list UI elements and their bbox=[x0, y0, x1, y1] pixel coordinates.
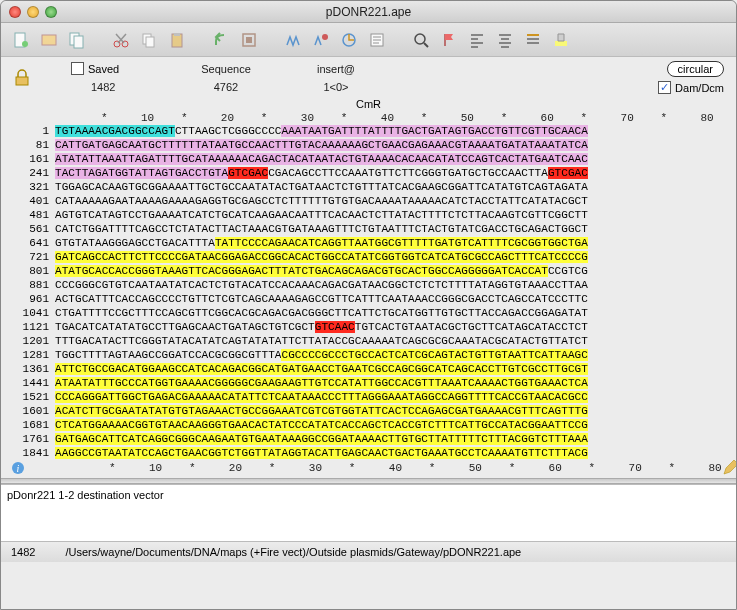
undo-icon[interactable] bbox=[211, 30, 231, 50]
enzyme-selector-icon[interactable] bbox=[311, 30, 331, 50]
saved-label: Saved bbox=[88, 63, 119, 75]
align-mixed-icon[interactable] bbox=[523, 30, 543, 50]
row-number: 1281 bbox=[7, 348, 55, 362]
redo-icon[interactable] bbox=[239, 30, 259, 50]
sequence-row[interactable]: 1521CCCAGGGATTGGCTGAGACGAAAAACATATTCTCAA… bbox=[7, 390, 730, 404]
row-number: 961 bbox=[7, 292, 55, 306]
sequence-row[interactable]: 1201TTTGACATACTTCGGGTATACATATCAGTATATATT… bbox=[7, 334, 730, 348]
sequence-text[interactable]: TGGAGCACAAGTGCGGAAAATTGCTGCCAATATACTGATA… bbox=[55, 180, 588, 194]
sequence-text[interactable]: AAGGCCGTAATATCCAGCTGAACGGTCTGGTTATAGGTAC… bbox=[55, 446, 588, 460]
sequence-row[interactable]: 1TGTAAAACGACGGCCAGTCTTAAGCTCGGGCCCCAAATA… bbox=[7, 124, 730, 138]
cut-icon[interactable] bbox=[111, 30, 131, 50]
sequence-row[interactable]: 1041CTGATTTTCCGCTTTCCAGCGTTCGGCACGCAGACG… bbox=[7, 306, 730, 320]
feature-track-label: CmR bbox=[1, 96, 736, 110]
sequence-label: Sequence bbox=[201, 63, 251, 75]
sequence-text[interactable]: ATTCTGCCGACATGGAAGCCATCACAGACGGCATGATGAA… bbox=[55, 362, 588, 376]
titlebar: pDONR221.ape bbox=[1, 1, 736, 23]
sequence-text[interactable]: ATATGCACCACCGGGTAAAGTTCACGGGAGACTTTATCTG… bbox=[55, 264, 588, 278]
sequence-text[interactable]: ATATATTAAATTAGATTTTGCATAAAAAACAGACTACATA… bbox=[55, 152, 588, 166]
sequence-text[interactable]: CTGATTTTCCGCTTTCCAGCGTTCGGCACGCAGACGACGG… bbox=[55, 306, 588, 320]
info-bar: Saved 1482 Sequence 4762 insert@ 1<0> ci… bbox=[1, 57, 736, 96]
sequence-text[interactable]: TGGCTTTTAGTAAGCCGGATCCACGCGGCGTTTACGCCCC… bbox=[55, 348, 588, 362]
sequence-text[interactable]: TACTTAGATGGTATTAGTGACCTGTAGTCGACCGACAGCC… bbox=[55, 166, 588, 180]
sequence-row[interactable]: 321TGGAGCACAAGTGCGGAAAATTGCTGCCAATATACTG… bbox=[7, 180, 730, 194]
sequence-row[interactable]: 881CCCGGGCGTGTCAATAATATCACTCTGTACATCCACA… bbox=[7, 278, 730, 292]
text-map-icon[interactable] bbox=[367, 30, 387, 50]
sequence-row[interactable]: 1601ACATCTTGCGAATATATGTGTAGAAACTGCCGGAAA… bbox=[7, 404, 730, 418]
svg-rect-18 bbox=[555, 41, 567, 46]
digest-icon[interactable] bbox=[283, 30, 303, 50]
highlighter-icon[interactable] bbox=[551, 30, 571, 50]
sequence-row[interactable]: 401CATAAAAAGAATAAAAGAAAAGAGGTGCGAGCCTCTT… bbox=[7, 194, 730, 208]
sequence-text[interactable]: AGTGTCATAGTCCTGAAAATCATCTGCATCAAGAACAATT… bbox=[55, 208, 588, 222]
sequence-text[interactable]: CATCTGGATTTTCAGCCTCTATACTTACTAAACGTGATAA… bbox=[55, 222, 588, 236]
duplicate-icon[interactable] bbox=[67, 30, 87, 50]
sequence-text[interactable]: TGTAAAACGACGGCCAGTCTTAAGCTCGGGCCCCAAATAA… bbox=[55, 124, 588, 138]
sequence-row[interactable]: 81CATTGATGAGCAATGCTTTTTTATAATGCCAACTTTGT… bbox=[7, 138, 730, 152]
svg-rect-2 bbox=[42, 35, 56, 45]
sequence-row[interactable]: 961ACTGCATTTCACCAGCCCCTGTTCTCGTCAGCAAAAG… bbox=[7, 292, 730, 306]
row-number: 1841 bbox=[7, 446, 55, 460]
sequence-text[interactable]: ACATCTTGCGAATATATGTGTAGAAACTGCCGGAAATCGT… bbox=[55, 404, 588, 418]
align-center-icon[interactable] bbox=[495, 30, 515, 50]
copy-icon[interactable] bbox=[139, 30, 159, 50]
sequence-row[interactable]: 801ATATGCACCACCGGGTAAAGTTCACGGGAGACTTTAT… bbox=[7, 264, 730, 278]
row-number: 1681 bbox=[7, 418, 55, 432]
align-left-icon[interactable] bbox=[467, 30, 487, 50]
flag-icon[interactable] bbox=[439, 30, 459, 50]
sequence-text[interactable]: GATCAGCCACTTCTTCCCCGATAACGGAGACCGGCACACT… bbox=[55, 250, 588, 264]
sequence-text[interactable]: ATAATATTTGCCCATGGTGAAAACGGGGGCGAAGAAGTTG… bbox=[55, 376, 588, 390]
svg-point-13 bbox=[322, 34, 328, 40]
sequence-row[interactable]: 1441ATAATATTTGCCCATGGTGAAAACGGGGGCGAAGAA… bbox=[7, 376, 730, 390]
status-bar: 1482 /Users/wayne/Documents/DNA/maps (+F… bbox=[1, 542, 736, 562]
sequence-row[interactable]: 1761GATGAGCATTCATCAGGCGGGCAAGAATGTGAATAA… bbox=[7, 432, 730, 446]
row-number: 1441 bbox=[7, 376, 55, 390]
sequence-text[interactable]: TTTGACATACTTCGGGTATACATATCAGTATATATTCTTA… bbox=[55, 334, 588, 348]
sequence-text[interactable]: CCCGGGCGTGTCAATAATATCACTCTGTACATCCACAAAC… bbox=[55, 278, 588, 292]
sequence-row[interactable]: 1121TGACATCATATATGCCTTGAGCAACTGATAGCTGTC… bbox=[7, 320, 730, 334]
topology-toggle[interactable]: circular bbox=[667, 61, 724, 77]
sequence-row[interactable]: 1361ATTCTGCCGACATGGAAGCCATCACAGACGGCATGA… bbox=[7, 362, 730, 376]
sequence-row[interactable]: 561CATCTGGATTTTCAGCCTCTATACTTACTAAACGTGA… bbox=[7, 222, 730, 236]
row-number: 401 bbox=[7, 194, 55, 208]
row-number: 1521 bbox=[7, 390, 55, 404]
sequence-text[interactable]: GTGTATAAGGGAGCCTGACATTTATATTCCCCAGAACATC… bbox=[55, 236, 588, 250]
info-icon[interactable]: i bbox=[11, 461, 25, 475]
sequence-row[interactable]: 241TACTTAGATGGTATTAGTGACCTGTAGTCGACCGACA… bbox=[7, 166, 730, 180]
sequence-text[interactable]: CTCATGGAAAACGGTGTAACAAGGGTGAACACTATCCCAT… bbox=[55, 418, 588, 432]
row-number: 801 bbox=[7, 264, 55, 278]
selection-length: 1482 bbox=[71, 81, 115, 93]
lock-icon[interactable] bbox=[13, 69, 31, 87]
svg-text:i: i bbox=[17, 463, 20, 474]
sequence-row[interactable]: 1681CTCATGGAAAACGGTGTAACAAGGGTGAACACTATC… bbox=[7, 418, 730, 432]
svg-rect-10 bbox=[174, 33, 180, 36]
sequence-text[interactable]: TGACATCATATATGCCTTGAGCAACTGATAGCTGTCGCTG… bbox=[55, 320, 588, 334]
sequence-row[interactable]: 481AGTGTCATAGTCCTGAAAATCATCTGCATCAAGAACA… bbox=[7, 208, 730, 222]
find-icon[interactable] bbox=[411, 30, 431, 50]
row-number: 321 bbox=[7, 180, 55, 194]
svg-point-1 bbox=[22, 41, 28, 47]
svg-line-17 bbox=[424, 43, 428, 47]
sequence-text[interactable]: ACTGCATTTCACCAGCCCCTGTTCTCGTCAGCAAAAGAGC… bbox=[55, 292, 588, 306]
graphic-map-icon[interactable] bbox=[339, 30, 359, 50]
sequence-row[interactable]: 721GATCAGCCACTTCTTCCCCGATAACGGAGACCGGCAC… bbox=[7, 250, 730, 264]
sequence-view[interactable]: * 10 * 20 * 30 * 40 * 50 * 60 * 70 * 80 … bbox=[1, 110, 736, 478]
sequence-row[interactable]: 161ATATATTAAATTAGATTTTGCATAAAAAACAGACTAC… bbox=[7, 152, 730, 166]
saved-checkbox[interactable] bbox=[71, 62, 84, 75]
sequence-text[interactable]: CATAAAAAGAATAAAAGAAAAGAGGTGCGAGCCTCTTTTT… bbox=[55, 194, 588, 208]
sequence-row[interactable]: 641GTGTATAAGGGAGCCTGACATTTATATTCCCCAGAAC… bbox=[7, 236, 730, 250]
sequence-text[interactable]: GATGAGCATTCATCAGGCGGGCAAGAATGTGAATAAAGGC… bbox=[55, 432, 588, 446]
sequence-row[interactable]: 1281TGGCTTTTAGTAAGCCGGATCCACGCGGCGTTTACG… bbox=[7, 348, 730, 362]
open-file-icon[interactable] bbox=[39, 30, 59, 50]
sequence-text[interactable]: CATTGATGAGCAATGCTTTTTTATAATGCCAACTTTGTAC… bbox=[55, 138, 588, 152]
description-pane[interactable]: pDonr221 1-2 destination vector bbox=[1, 484, 736, 542]
damdcm-checkbox[interactable] bbox=[658, 81, 671, 94]
paste-icon[interactable] bbox=[167, 30, 187, 50]
row-number: 1761 bbox=[7, 432, 55, 446]
description-text: pDonr221 1-2 destination vector bbox=[7, 489, 164, 501]
new-file-icon[interactable] bbox=[11, 30, 31, 50]
window-title: pDONR221.ape bbox=[1, 5, 736, 19]
sequence-text[interactable]: CCCAGGGATTGGCTGAGACGAAAAACATATTCTCAATAAA… bbox=[55, 390, 588, 404]
edit-pencil-icon[interactable] bbox=[722, 460, 736, 476]
sequence-row[interactable]: 1841AAGGCCGTAATATCCAGCTGAACGGTCTGGTTATAG… bbox=[7, 446, 730, 460]
